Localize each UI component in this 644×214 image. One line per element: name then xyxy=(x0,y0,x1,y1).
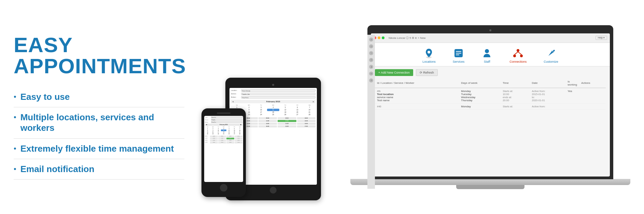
nav-item-connections[interactable]: Connections xyxy=(509,48,527,63)
phone-screen: Local : Nova lok... Service : Paprika...… xyxy=(204,116,243,182)
col-header-date: Date xyxy=(530,79,566,88)
laptop-device: Nikola Loncar ⓘ 5 ⚙ ⊕ + New Help ▾ ⊕ ◎ ✎… xyxy=(350,25,630,189)
worker-name: Test name xyxy=(377,99,457,102)
refresh-button[interactable]: ⟳ Refresh xyxy=(416,69,438,76)
tablet-home-button[interactable] xyxy=(270,187,277,194)
cell-actions xyxy=(579,88,606,104)
sidebar-icon-6[interactable]: ⊞ xyxy=(371,72,373,76)
svg-point-8 xyxy=(513,55,516,57)
devices-section: Local : Nova lok... Service : Paprika...… xyxy=(191,7,350,207)
phone-home-button[interactable] xyxy=(220,184,227,192)
main-title: EASY APPOINTMENTS xyxy=(14,34,184,77)
cell-date-2: Active from: xyxy=(530,103,566,109)
col-header-days: Days of week xyxy=(459,79,501,88)
svg-line-11 xyxy=(518,52,521,55)
nav-item-locations[interactable]: Locations xyxy=(422,48,436,63)
svg-point-9 xyxy=(520,55,523,57)
bullet-icon: • xyxy=(14,92,16,101)
laptop-base xyxy=(350,179,630,185)
svg-point-1 xyxy=(428,51,430,54)
service-name: service name xyxy=(377,96,457,99)
table-wrapper: Id / Location / Service / Worker Days of… xyxy=(371,79,610,110)
staff-label: Staff xyxy=(484,60,490,63)
col-header-actions: Actions xyxy=(579,79,606,88)
inner-app: ⊕ ◎ ✎ ☰ ♟ ⊞ ⚙ xyxy=(371,43,610,177)
cell-id-location: #th Test location service name Test name xyxy=(375,88,459,104)
app-chrome: Nikola Loncar ⓘ 5 ⚙ ⊕ + New Help ▾ ⊕ ◎ ✎… xyxy=(371,33,610,177)
minimize-button[interactable] xyxy=(378,36,380,39)
sidebar-icon-7[interactable]: ⚙ xyxy=(371,78,373,82)
sidebar-icon-4[interactable]: ☰ xyxy=(371,58,373,62)
svg-point-6 xyxy=(485,49,489,53)
row-id: #th xyxy=(377,90,457,93)
cell-days-2: Monday xyxy=(459,103,501,109)
nav-item-customize[interactable]: Customize xyxy=(544,48,558,63)
laptop-camera xyxy=(489,29,491,31)
sidebar-icon-5[interactable]: ♟ xyxy=(371,65,373,69)
nav-icons-bar: Locations xyxy=(371,43,610,66)
maximize-button[interactable] xyxy=(382,36,384,39)
bullet-icon: • xyxy=(14,113,16,122)
svg-rect-12 xyxy=(552,49,555,52)
nav-item-services[interactable]: Services xyxy=(453,48,465,63)
col-header-time: Time xyxy=(501,79,530,88)
laptop-screen: Nikola Loncar ⓘ 5 ⚙ ⊕ + New Help ▾ ⊕ ◎ ✎… xyxy=(371,33,610,177)
left-section: EASY APPOINTMENTS • Easy to use • Multip… xyxy=(14,34,191,180)
cell-time-2: Starts at: xyxy=(501,103,530,109)
phone-device: Local : Nova lok... Service : Paprika...… xyxy=(201,108,246,197)
cell-working-2 xyxy=(565,103,579,109)
feature-text: Easy to use xyxy=(20,92,70,102)
main-content: Locations xyxy=(371,43,610,177)
svg-point-7 xyxy=(517,49,519,52)
feature-text: Email notification xyxy=(20,164,95,174)
app-titlebar: Nikola Loncar ⓘ 5 ⚙ ⊕ + New Help ▾ xyxy=(371,33,610,43)
customize-icon xyxy=(546,48,557,59)
bullet-icon: • xyxy=(14,144,16,153)
sidebar-icon-3[interactable]: ✎ xyxy=(371,51,373,55)
col-header-working: Is working xyxy=(565,79,579,88)
feature-text: Extremely flexible time management xyxy=(20,143,174,154)
cell-actions-2 xyxy=(579,103,606,109)
col-header-id-location: Id / Location / Service / Worker xyxy=(375,79,459,88)
location-name: Test location xyxy=(377,93,457,96)
customize-label: Customize xyxy=(544,60,558,63)
connections-icon xyxy=(513,48,523,59)
locations-icon xyxy=(423,48,434,59)
connections-table: Id / Location / Service / Worker Days of… xyxy=(375,79,606,110)
cell-date: Active from:2015-01-01to:2020-01-01 xyxy=(530,88,566,104)
cell-days: MondayTuesdayWednesdayThursday xyxy=(459,88,501,104)
page-container: EASY APPOINTMENTS • Easy to use • Multip… xyxy=(0,0,644,214)
cell-time: Starts at:10:00ends at:20:00 xyxy=(501,88,530,104)
cell-working: Yes xyxy=(565,88,579,104)
svg-rect-4 xyxy=(456,53,461,54)
laptop-stand xyxy=(456,185,524,189)
feature-item-multiple-locations: • Multiple locations, services and worke… xyxy=(14,107,184,138)
cell-id-location-2: #40 xyxy=(375,103,459,109)
table-row: #th Test location service name Test name… xyxy=(375,88,606,104)
laptop-screen-wrapper: Nikola Loncar ⓘ 5 ⚙ ⊕ + New Help ▾ ⊕ ◎ ✎… xyxy=(367,25,613,179)
tablet-camera xyxy=(272,84,274,86)
titlebar-text: Nikola Loncar ⓘ 5 ⚙ ⊕ + New xyxy=(389,36,425,40)
nav-item-staff[interactable]: Staff xyxy=(481,48,492,63)
sidebar: ⊕ ◎ ✎ ☰ ♟ ⊞ ⚙ xyxy=(371,43,375,177)
feature-item-flexible-time: • Extremely flexible time management xyxy=(14,139,184,159)
add-connection-button[interactable]: + Add New Connection xyxy=(375,69,413,76)
sidebar-icon-2[interactable]: ◎ xyxy=(371,44,373,48)
bullet-icon: • xyxy=(14,165,16,173)
svg-line-10 xyxy=(515,52,518,55)
phone-speaker xyxy=(217,112,230,114)
services-icon xyxy=(453,48,464,59)
help-button[interactable]: Help ▾ xyxy=(596,36,607,40)
laptop-section: Nikola Loncar ⓘ 5 ⚙ ⊕ + New Help ▾ ⊕ ◎ ✎… xyxy=(350,7,630,207)
svg-rect-5 xyxy=(456,55,459,55)
feature-text: Multiple locations, services and workers xyxy=(20,112,184,133)
feature-item-email-notification: • Email notification xyxy=(14,159,184,180)
svg-rect-3 xyxy=(456,51,461,52)
row-id-2: #40 xyxy=(377,105,457,108)
table-row: #40 Monday Starts at: Active from: xyxy=(375,103,606,109)
connections-label: Connections xyxy=(509,60,527,63)
locations-label: Locations xyxy=(422,60,436,63)
feature-list: • Easy to use • Multiple locations, serv… xyxy=(14,87,184,180)
staff-icon xyxy=(481,48,492,59)
traffic-lights xyxy=(374,36,384,39)
